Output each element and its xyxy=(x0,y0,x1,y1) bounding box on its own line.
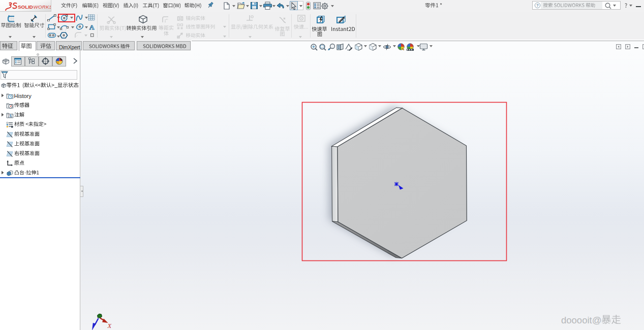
svg-text:WORKS: WORKS xyxy=(34,4,51,10)
svg-text:?: ? xyxy=(536,3,539,8)
svg-text:X: X xyxy=(107,322,112,329)
svg-text:A: A xyxy=(9,114,12,118)
svg-text:SOLID: SOLID xyxy=(18,4,33,10)
svg-text:A: A xyxy=(89,23,95,30)
